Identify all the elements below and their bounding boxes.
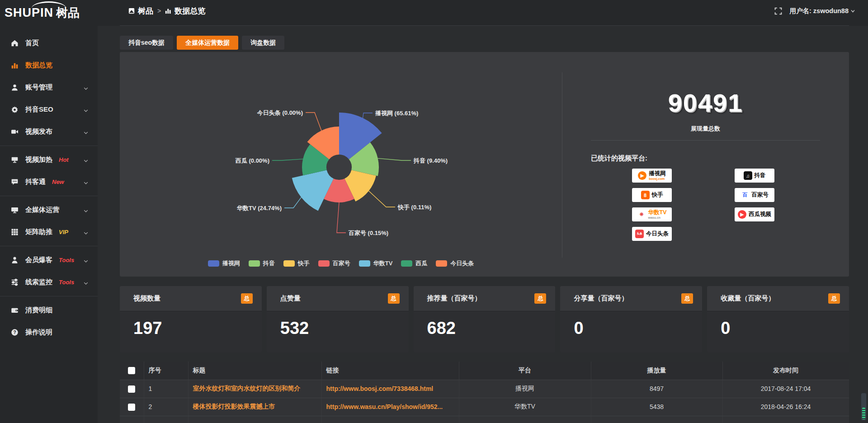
platform-badge-column: ▶播视网boosj.com8快手❋华数TVwasu.cn头条今日头条 (632, 169, 672, 241)
legend-item-快手[interactable]: 快手 (283, 259, 310, 268)
cell-title (188, 416, 321, 423)
pie-slice-华数TV[interactable] (292, 170, 334, 211)
sidebar-item-label: 消费明细 (25, 306, 52, 315)
stat-card-label: 视频数量 (133, 294, 160, 303)
cell-title: 楼体投影灯投影效果震撼上市 (188, 398, 321, 416)
video-title-link[interactable]: 楼体投影灯投影效果震撼上市 (193, 403, 275, 410)
platform-name: 华数TV (648, 210, 667, 216)
chevron-down-icon (83, 157, 89, 163)
platform-name: 今日头条 (646, 231, 669, 237)
platform-badge-今日头条: 头条今日头条 (632, 227, 672, 241)
chevron-down-icon (83, 258, 89, 264)
stat-card-label: 点赞量 (280, 294, 301, 303)
legend-swatch (249, 260, 260, 267)
legend-swatch (208, 260, 219, 267)
sidebar-item-screen[interactable]: 视频加热Hot (0, 149, 98, 171)
topbar-right: 用户名: zswodun88 (774, 0, 855, 22)
sidebar-item-video[interactable]: 视频发布 (0, 121, 98, 143)
stat-card-推荐量（百家号）: 推荐量（百家号）总682 (414, 286, 556, 352)
pie-label-line (378, 158, 411, 160)
main-content: 抖音seo数据全媒体运营数据询盘数据 播视网 (65.61%)抖音 (9.40%… (98, 26, 868, 423)
video-url-link[interactable]: http://www.boosj.com/7338468.html (326, 385, 434, 392)
cell-link: http://www.wasu.cn/Play/show/id/952... (321, 398, 459, 416)
legend-item-西瓜[interactable]: 西瓜 (401, 259, 427, 268)
table-row (120, 416, 849, 423)
tab-全媒体运营数据[interactable]: 全媒体运营数据 (177, 36, 238, 50)
sidebar-item-chat[interactable]: 抖客通New (0, 171, 98, 193)
stat-card-value: 197 (133, 319, 262, 338)
fullscreen-icon[interactable] (774, 7, 782, 15)
sidebar-item-label: 线索监控 (25, 278, 52, 287)
stat-cards-row: 视频数量总197点赞量总532推荐量（百家号）总682分享量（百家号）总0收藏量… (120, 286, 849, 352)
sidebar-item-person[interactable]: 会员爆客Tools (0, 249, 98, 271)
select-all-checkbox[interactable] (128, 367, 135, 374)
sidebar-item-label: 视频加热 (25, 155, 52, 164)
user-icon (11, 84, 19, 91)
user-icon (11, 84, 19, 91)
tab-询盘数据[interactable]: 询盘数据 (242, 36, 284, 50)
monitor-icon (11, 206, 19, 214)
monitor-icon (11, 206, 19, 214)
bar-chart-icon (11, 61, 19, 69)
legend-item-华数TV[interactable]: 华数TV (359, 259, 393, 268)
chevron-down-icon (83, 207, 89, 213)
video-title-link[interactable]: 室外水纹灯和室内水纹灯的区别和简介 (193, 385, 301, 392)
total-badge: 总 (388, 293, 400, 304)
topbar: 树品 > 数据总览 用户名: zswodun88 (98, 0, 868, 26)
sidebar-item-user[interactable]: 账号管理 (0, 76, 98, 99)
sidebar-item-label: 抖音SEO (25, 105, 53, 114)
sidebar-item-question[interactable]: ?操作说明 (0, 321, 98, 343)
platform-name: 百家号 (751, 192, 769, 198)
grid-icon (11, 228, 19, 236)
stat-card-label: 推荐量（百家号） (427, 294, 481, 303)
platform-badge-华数TV: ❋华数TVwasu.cn (632, 207, 672, 221)
user-menu[interactable]: 用户名: zswodun88 (789, 7, 855, 15)
legend-item-百家号[interactable]: 百家号 (318, 259, 350, 268)
sidebar-item-gear[interactable]: 抖音SEO (0, 99, 98, 121)
stat-card-点赞量: 点赞量总532 (267, 286, 409, 352)
sidebar-item-wallet[interactable]: 消费明细 (0, 299, 98, 321)
platform-sub: wasu.cn (648, 216, 667, 219)
row-checkbox[interactable] (128, 404, 135, 411)
cell-plays: 8497 (591, 380, 722, 398)
sidebar-item-grid[interactable]: 矩阵助推VIP (0, 221, 98, 243)
app-logo[interactable]: SHUPIN 树品 (0, 0, 98, 26)
platform-badge-grid: ▶播视网boosj.com8快手❋华数TVwasu.cn头条今日头条♫抖音百百家… (562, 169, 849, 250)
chevron-down-icon (83, 130, 89, 136)
breadcrumb-home[interactable]: 树品 (128, 6, 153, 16)
data-table-wrap: 序号标题链接平台播放量发布时间 1室外水纹灯和室内水纹灯的区别和简介http:/… (120, 362, 849, 423)
platform-badge-column: ♫抖音百百家号▶西瓜视频 (735, 169, 774, 221)
cell-title: 室外水纹灯和室内水纹灯的区别和简介 (188, 380, 321, 398)
legend-swatch (283, 260, 295, 267)
video-icon (11, 128, 19, 136)
breadcrumb-current[interactable]: 数据总览 (165, 6, 205, 16)
cell-plays (591, 416, 722, 423)
sidebar-item-home[interactable]: 首页 (0, 32, 98, 54)
person-icon (11, 256, 19, 264)
cell-platform: 播视网 (459, 380, 591, 398)
legend-label: 西瓜 (415, 259, 427, 268)
row-checkbox[interactable] (128, 385, 135, 393)
legend-item-抖音[interactable]: 抖音 (249, 259, 275, 268)
sidebar-item-label: 数据总览 (25, 61, 52, 70)
legend-item-播视网[interactable]: 播视网 (208, 259, 240, 268)
cell-time: 2018-04-26 16:24 (722, 398, 849, 416)
sidebar-item-sliders[interactable]: 线索监控Tools (0, 271, 98, 293)
video-url-link[interactable]: http://www.wasu.cn/Play/show/id/952... (326, 403, 443, 410)
pie-label-line (337, 202, 346, 233)
sliders-icon (11, 278, 19, 286)
legend-item-今日头条[interactable]: 今日头条 (436, 259, 474, 268)
tab-抖音seo数据[interactable]: 抖音seo数据 (120, 36, 173, 50)
stat-card-分享量（百家号）: 分享量（百家号）总0 (560, 286, 702, 352)
scrollbar-thumb[interactable] (861, 393, 867, 421)
table-header-平台: 平台 (459, 362, 591, 380)
legend-label: 百家号 (333, 259, 350, 268)
stat-card-value: 682 (427, 319, 556, 338)
sidebar-item-monitor[interactable]: 全媒体运营 (0, 199, 98, 221)
username-label: 用户名: zswodun88 (789, 7, 849, 15)
sidebar-item-label: 矩阵助推 (25, 228, 52, 236)
chevron-down-icon (83, 129, 89, 135)
screen-icon (11, 156, 19, 164)
platform-logo-icon: ❋ (637, 210, 646, 219)
sidebar-item-bar-chart[interactable]: 数据总览 (0, 54, 98, 76)
